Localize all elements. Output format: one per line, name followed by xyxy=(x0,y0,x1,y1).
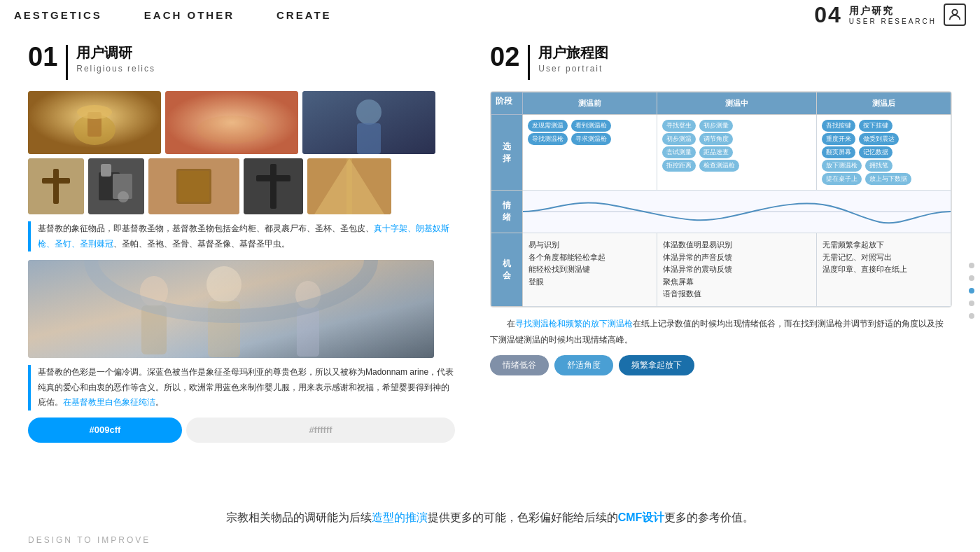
stage-before: 测温前 xyxy=(522,92,657,115)
stage-after: 测温后 xyxy=(816,92,951,115)
bottom-mid: 提供更多的可能，色彩偏好能给后续的 xyxy=(428,511,618,523)
image-hands xyxy=(165,91,298,154)
svg-rect-31 xyxy=(208,301,240,357)
text-block-1: 基督教的象征物品，即基督教圣物，基督教圣物包括金约柜、都灵裹尸布、圣杯、圣包皮、… xyxy=(28,221,455,251)
opp2-item1: 体温数值明显易识别 xyxy=(663,239,811,251)
left-panel: 01 用户调研 Religious relics xyxy=(0,29,476,552)
tag-inspect: 检查测温枪 xyxy=(699,160,739,172)
dot-5[interactable] xyxy=(969,313,974,319)
text-block-2: 基督教的色彩是一个偏冷调。深蓝色被当作是象征圣母玛利亚的尊贵色彩，所以又被称为M… xyxy=(28,365,455,410)
svg-rect-11 xyxy=(53,169,59,204)
opp2-item5: 语音报数值 xyxy=(663,288,811,301)
page-title-en: USER RESEARCH xyxy=(849,18,937,25)
emotion-label: 情绪 xyxy=(491,191,523,233)
tag-press-btn: 按下挂键 xyxy=(859,120,892,132)
page-title-zh: 用户研究 xyxy=(849,5,937,18)
section1-num: 01 xyxy=(28,43,57,70)
image-painting xyxy=(28,260,434,358)
dot-3[interactable] xyxy=(969,288,974,294)
stage-header-label: 阶段 xyxy=(491,92,523,115)
opp3-item2: 无需记忆、对照写出 xyxy=(822,251,945,264)
svg-point-32 xyxy=(295,281,321,309)
opp1-item2: 各个角度都能轻松拿起 xyxy=(528,251,651,264)
tag-put-down: 放下测温枪 xyxy=(822,160,862,172)
emotion-area xyxy=(523,191,951,233)
dot-4[interactable] xyxy=(969,301,974,306)
bottom-buttons: 情绪低谷 舒适角度 频繁拿起放下 xyxy=(490,355,966,375)
opp-col1: 易与识别 各个角度都能轻松拿起 能轻松找到测温键 登眼 xyxy=(522,233,657,307)
btn-comfortable-angle[interactable]: 舒适角度 xyxy=(554,355,613,375)
section2-title-zh: 用户旅程图 xyxy=(538,43,608,62)
svg-point-17 xyxy=(118,191,129,202)
section1-title-en: Religious relics xyxy=(76,64,155,74)
svg-rect-22 xyxy=(270,164,276,209)
section2-title-en: User portrait xyxy=(538,64,608,74)
dot-1[interactable] xyxy=(969,263,974,268)
opp3-item1: 无需频繁拿起放下 xyxy=(822,239,945,251)
dot-2[interactable] xyxy=(969,275,974,281)
page-title-block: 用户研究 USER RESEARCH xyxy=(849,5,937,25)
tag-see-gun: 看到测温枪 xyxy=(571,120,611,132)
footer-text: DESIGN TO IMPROVE xyxy=(28,535,150,545)
bottom-hl2: CMF设计 xyxy=(618,511,665,523)
image-grid-bottom xyxy=(28,158,455,214)
opp2-item4: 聚焦屏幕 xyxy=(663,276,811,289)
tag-check-gun: 拒控距离 xyxy=(662,160,696,172)
text2-end: 。 xyxy=(155,397,164,407)
tag-heavy-open: 重度开来 xyxy=(822,133,855,145)
tag-find-pen: 拥找笔 xyxy=(865,160,892,172)
image-figure xyxy=(302,91,435,154)
tag-measure: 初步测量 xyxy=(699,120,733,132)
bottom-summary: 宗教相关物品的调研能为后续造型的推演提供更多的可能，色彩偏好能给后续的CMF设计… xyxy=(0,509,980,527)
section1-heading: 01 用户调研 Religious relics xyxy=(28,43,455,80)
nav-item-aesthetics[interactable]: AESTGETICS xyxy=(14,9,102,21)
choice-col2: 寻找登生 初步测量 初步测温 调节角度 尝试测量 距品速查 拒控距离 检查测温枪 xyxy=(657,115,816,191)
image-big-cross xyxy=(244,158,303,214)
svg-rect-20 xyxy=(178,171,209,202)
avatar-icon[interactable] xyxy=(944,4,966,26)
svg-point-28 xyxy=(140,276,168,307)
choice-col3: 吾找按键 按下挂键 重度开来 做受到震达 翻页屏幕 记忆数据 放下测温枪 拥找笔… xyxy=(816,115,951,191)
header-right: 04 用户研究 USER RESEARCH xyxy=(814,2,966,28)
opp2-item3: 体温异常的震动反馈 xyxy=(663,263,811,276)
svg-point-0 xyxy=(952,10,957,15)
opp-label: 机会 xyxy=(491,233,523,307)
choice-label: 选择 xyxy=(491,115,523,191)
section1-title-block: 用户调研 Religious relics xyxy=(76,43,155,74)
svg-point-6 xyxy=(197,116,267,144)
opp-col2: 体温数值明显易识别 体温异常的声音反馈 体温异常的震动反馈 聚焦屏幕 语音报数值 xyxy=(657,233,816,307)
stage-row: 阶段 测温前 测温中 测温后 xyxy=(491,92,951,115)
stage-during: 测温中 xyxy=(657,92,816,115)
swatch-white: #ffffff xyxy=(186,418,455,443)
opp1-item4: 登眼 xyxy=(528,276,651,289)
tag-find-gun: 导找测温枪 xyxy=(528,133,568,145)
tag-on-table: 提在桌子上 xyxy=(822,173,862,185)
nav-item-create[interactable]: CREATE xyxy=(276,9,332,21)
tag-memory-data: 记忆数据 xyxy=(859,146,892,158)
svg-rect-33 xyxy=(297,308,319,357)
svg-rect-9 xyxy=(357,123,381,154)
choice-row: 选择 发现需测温 看到测温枪 导找测温枪 寻求测温枪 寻找登生 初步测量 初步测… xyxy=(491,115,951,191)
header: AESTGETICS EACH OTHER CREATE 04 用户研究 USE… xyxy=(0,0,980,29)
right-bottom-text: 在寻找测温枪和频繁的放下测温枪在纸上记录数值的时候均出现情绪低谷，而在找到测温枪… xyxy=(490,316,945,348)
section2-heading: 02 用户旅程图 User portrait xyxy=(490,43,966,80)
btn-frequent-pickup[interactable]: 频繁拿起放下 xyxy=(619,355,694,375)
emotion-svg xyxy=(523,191,951,233)
tag-find-person: 寻找登生 xyxy=(662,120,696,132)
main-content: 01 用户调研 Religious relics xyxy=(0,29,980,552)
page-number: 04 xyxy=(814,2,842,28)
btn-low-emotion[interactable]: 情绪低谷 xyxy=(490,355,549,375)
svg-point-8 xyxy=(356,99,382,125)
emotion-row: 情绪 xyxy=(491,191,951,233)
opp2-item2: 体温异常的声音反馈 xyxy=(663,251,811,264)
section2-title-block: 用户旅程图 User portrait xyxy=(538,43,608,74)
text-link-purity[interactable]: 在基督教里白色象征纯洁 xyxy=(63,397,155,407)
nav-item-each-other[interactable]: EACH OTHER xyxy=(144,9,234,21)
svg-rect-27 xyxy=(28,260,434,358)
tag-check: 距品速查 xyxy=(699,146,733,158)
bottom-hl1: 造型的推演 xyxy=(372,511,428,523)
emotion-chart xyxy=(522,191,951,233)
tag-record: 放上与下数据 xyxy=(865,173,911,185)
rbt-pre: 在 xyxy=(490,319,515,329)
svg-rect-29 xyxy=(141,305,167,354)
